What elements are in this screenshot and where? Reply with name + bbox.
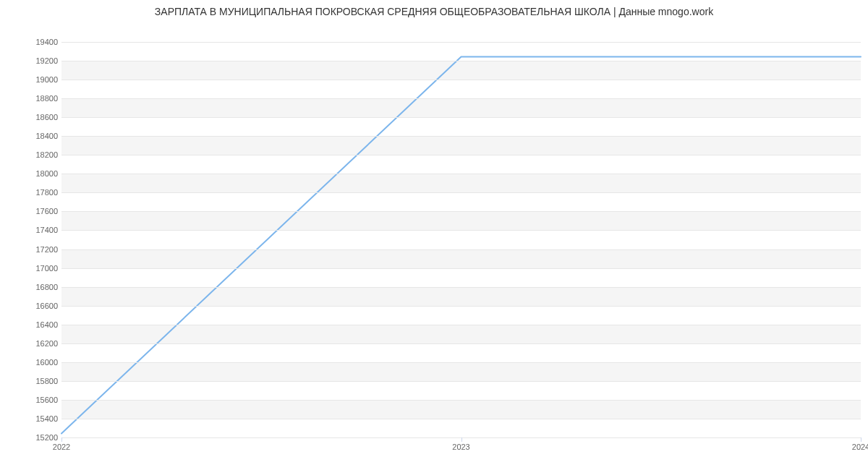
grid-line (61, 268, 861, 269)
y-axis-tick-label: 17400 (14, 226, 58, 234)
chart-container: ЗАРПЛАТА В МУНИЦИПАЛЬНАЯ ПОКРОВСКАЯ СРЕД… (0, 0, 868, 470)
grid-line (61, 230, 861, 231)
grid-line (61, 306, 861, 307)
x-axis-tick-label: 2022 (53, 443, 70, 451)
grid-line (61, 80, 861, 80)
y-axis-tick-label: 16600 (14, 302, 58, 310)
grid-line (61, 117, 861, 118)
grid-line (61, 400, 861, 401)
grid-line (61, 174, 861, 174)
plot-area (61, 33, 861, 438)
y-axis-tick-label: 17200 (14, 245, 58, 254)
y-axis-tick-label: 18000 (14, 169, 58, 178)
y-axis-tick-label: 19400 (14, 38, 58, 46)
y-axis-tick-label: 18400 (14, 132, 58, 140)
grid-line (61, 249, 861, 250)
y-axis-tick-label: 15400 (14, 414, 58, 423)
grid-line (61, 362, 861, 363)
grid-line (61, 42, 861, 43)
x-axis-tick (861, 437, 861, 442)
grid-line (61, 419, 861, 419)
y-axis-tick-label: 18200 (14, 150, 58, 159)
y-axis-tick-label: 19200 (14, 56, 58, 65)
y-axis-tick-label: 16000 (14, 358, 58, 367)
y-axis-tick-label: 16400 (14, 320, 58, 329)
grid-line (61, 192, 861, 193)
grid-line (61, 343, 861, 344)
y-axis-tick-label: 17000 (14, 264, 58, 273)
x-axis-tick (461, 437, 462, 442)
grid-line (61, 211, 861, 212)
y-axis-tick-label: 15800 (14, 377, 58, 385)
y-axis-tick-label: 18600 (14, 113, 58, 121)
chart-title: ЗАРПЛАТА В МУНИЦИПАЛЬНАЯ ПОКРОВСКАЯ СРЕД… (0, 6, 868, 17)
x-axis-tick-label: 2023 (452, 443, 469, 451)
grid-line (61, 287, 861, 288)
y-axis-tick-label: 15200 (14, 433, 58, 442)
y-axis-tick-label: 16800 (14, 283, 58, 291)
grid-line (61, 136, 861, 137)
y-axis-tick-label: 17600 (14, 207, 58, 215)
grid-line (61, 325, 861, 325)
grid-line (61, 155, 861, 155)
y-axis-tick-label: 17800 (14, 188, 58, 197)
grid-line (61, 381, 861, 382)
y-axis-tick-label: 19000 (14, 75, 58, 84)
line-series (61, 33, 861, 437)
grid-line (61, 61, 861, 61)
y-axis-tick-label: 15600 (14, 396, 58, 404)
grid-line (61, 98, 861, 99)
y-axis-tick-label: 16200 (14, 339, 58, 348)
y-axis-tick-label: 18800 (14, 94, 58, 103)
x-axis-tick (61, 437, 62, 442)
x-axis-tick-label: 2024 (852, 443, 868, 451)
